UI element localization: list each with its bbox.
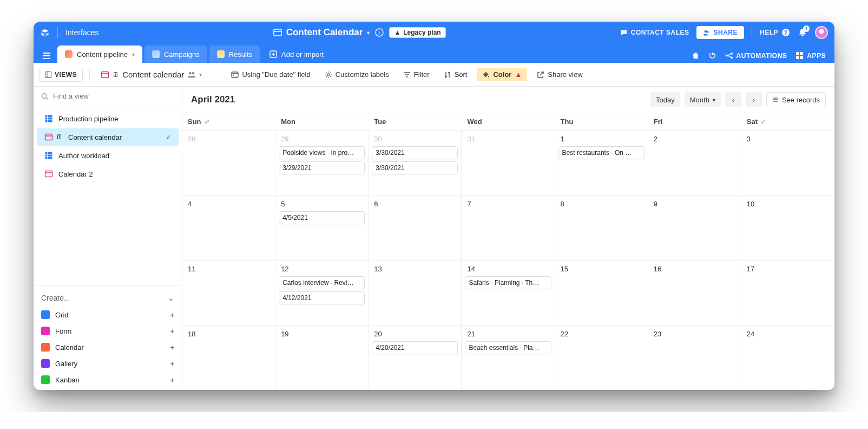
history-button[interactable] <box>708 51 716 60</box>
day-cell[interactable]: 4 <box>182 196 275 261</box>
day-cell[interactable]: 1 Best restaurants · On … <box>555 131 648 196</box>
legacy-plan-label: Legacy plan <box>403 29 440 36</box>
chevron-down-icon: ▾ <box>367 30 370 36</box>
filter-label: Filter <box>414 70 430 79</box>
day-cell[interactable]: 18 <box>182 326 275 390</box>
day-cell[interactable]: 29 Poolside views · In pro… 3/29/2021 <box>275 131 369 196</box>
topbar-right: CONTACT SALES SHARE HELP ? 1 <box>620 26 828 39</box>
customize-labels-button[interactable]: Customize labels <box>320 68 393 81</box>
view-search-input[interactable] <box>53 92 174 100</box>
day-cell[interactable]: 2 <box>648 131 741 196</box>
divider <box>752 27 752 38</box>
day-cell[interactable]: 6 <box>369 196 462 261</box>
day-cell[interactable]: 21 Beach essentials · Pla… <box>462 326 555 390</box>
day-cell[interactable]: 28 <box>182 131 275 196</box>
trash-button[interactable] <box>692 51 700 60</box>
day-cell[interactable]: 23 <box>648 326 741 390</box>
logo-icon[interactable] <box>40 28 50 37</box>
expand-icon[interactable]: ⤢ <box>761 118 766 125</box>
sort-icon <box>444 71 451 79</box>
calendar-event[interactable]: Poolside views · In pro… <box>279 146 365 159</box>
day-cell[interactable]: 15 <box>555 261 648 326</box>
calendar-event[interactable]: 3/29/2021 <box>279 161 365 174</box>
views-sidebar-toggle[interactable]: VIEWS <box>39 68 83 82</box>
filter-button[interactable]: Filter <box>399 68 434 81</box>
tab-results[interactable]: Results <box>209 46 260 63</box>
day-cell[interactable]: 17 <box>741 261 834 326</box>
day-cell[interactable]: 16 <box>648 261 741 326</box>
add-import-button[interactable]: Add or import <box>262 46 331 63</box>
create-gallery[interactable]: Gallery + <box>41 355 174 372</box>
day-cell[interactable]: 30 3/30/2021 3/30/2021 <box>369 131 462 196</box>
day-cell[interactable]: 20 4/20/2021 <box>369 326 462 390</box>
calendar-event[interactable]: 4/20/2021 <box>372 341 458 354</box>
day-number: 3 <box>745 134 831 144</box>
sort-button[interactable]: Sort <box>439 68 472 81</box>
svg-rect-33 <box>45 171 52 177</box>
table-icon <box>152 50 160 58</box>
prev-button[interactable]: ‹ <box>725 92 741 107</box>
automations-button[interactable]: AUTOMATIONS <box>725 51 787 60</box>
table-icon <box>217 50 225 58</box>
form-icon <box>41 327 50 335</box>
calendar-event[interactable]: 3/30/2021 <box>372 161 458 174</box>
day-cell[interactable]: 22 <box>555 326 648 390</box>
color-button[interactable]: Color ▲ <box>477 68 527 81</box>
calendar-event[interactable]: Carlos interview · Revi… <box>279 276 365 289</box>
legacy-plan-badge[interactable]: ▲ Legacy plan <box>389 27 445 38</box>
date-field-button[interactable]: Using "Due date" field <box>227 68 314 81</box>
create-kanban[interactable]: Kanban + <box>41 372 174 388</box>
share-view-button[interactable]: Share view <box>532 68 587 81</box>
create-calendar[interactable]: Calendar + <box>41 339 174 355</box>
calendar-title: April 2021 <box>191 94 235 105</box>
calendar-event[interactable]: Beach essentials · Pla… <box>465 341 551 354</box>
avatar[interactable] <box>815 26 828 39</box>
menu-button[interactable] <box>38 49 55 63</box>
create-item-label: Gallery <box>55 360 77 368</box>
day-cell[interactable]: 24 <box>741 326 834 390</box>
chevron-down-icon: ▾ <box>199 72 202 77</box>
create-form[interactable]: Form + <box>41 323 174 339</box>
day-cell[interactable]: 5 4/5/2021 <box>275 196 369 261</box>
info-icon[interactable]: i <box>375 28 384 37</box>
notifications-button[interactable]: 1 <box>798 28 807 37</box>
day-cell[interactable]: 11 <box>182 261 275 326</box>
day-cell[interactable]: 12 Carlos interview · Revi… 4/12/2021 <box>275 261 369 326</box>
day-cell[interactable]: 8 <box>555 196 648 261</box>
day-number: 19 <box>279 329 365 339</box>
today-button[interactable]: Today <box>650 92 680 107</box>
create-grid[interactable]: Grid + <box>41 307 174 323</box>
view-item-content-calendar[interactable]: 🗓 Content calendar ✓ <box>37 128 179 146</box>
current-view-button[interactable]: 🗓 Content calendar ▾ <box>96 67 206 82</box>
expand-icon[interactable]: ⤢ <box>205 118 209 125</box>
apps-button[interactable]: APPS <box>795 51 826 60</box>
day-cell[interactable]: 7 <box>462 196 555 261</box>
day-cell[interactable]: 31 <box>462 131 555 196</box>
tab-content-pipeline[interactable]: Content pipeline ▾ <box>57 46 142 63</box>
tab-campaigns[interactable]: Campaigns <box>144 46 207 63</box>
day-cell[interactable]: 13 <box>369 261 462 326</box>
interfaces-link[interactable]: Interfaces <box>65 28 98 37</box>
calendar-event[interactable]: 4/12/2021 <box>279 291 365 304</box>
create-header[interactable]: Create... ⌄ <box>41 291 174 307</box>
calendar-event[interactable]: 3/30/2021 <box>372 146 458 159</box>
contact-sales-link[interactable]: CONTACT SALES <box>620 29 689 36</box>
svg-point-24 <box>233 75 234 76</box>
view-item-calendar-2[interactable]: Calendar 2 <box>37 165 179 183</box>
help-link[interactable]: HELP ? <box>760 28 790 37</box>
calendar-event[interactable]: Safaris · Planning · Th… <box>465 276 551 289</box>
base-title[interactable]: Content Calendar ▾ <box>273 27 370 38</box>
see-records-button[interactable]: See records <box>766 92 826 107</box>
day-cell[interactable]: 19 <box>275 326 369 390</box>
next-button[interactable]: › <box>746 92 762 107</box>
day-cell[interactable]: 9 <box>648 196 741 261</box>
day-cell[interactable]: 14 Safaris · Planning · Th… <box>462 261 555 326</box>
view-item-production-pipeline[interactable]: Production pipeline <box>37 110 179 127</box>
calendar-event[interactable]: 4/5/2021 <box>279 211 365 224</box>
day-cell[interactable]: 10 <box>741 196 834 261</box>
calendar-event[interactable]: Best restaurants · On … <box>558 146 645 159</box>
view-item-author-workload[interactable]: Author workload <box>37 147 179 164</box>
day-cell[interactable]: 3 <box>741 131 834 196</box>
share-button[interactable]: SHARE <box>696 26 744 39</box>
scale-dropdown[interactable]: Month ▾ <box>685 92 721 107</box>
